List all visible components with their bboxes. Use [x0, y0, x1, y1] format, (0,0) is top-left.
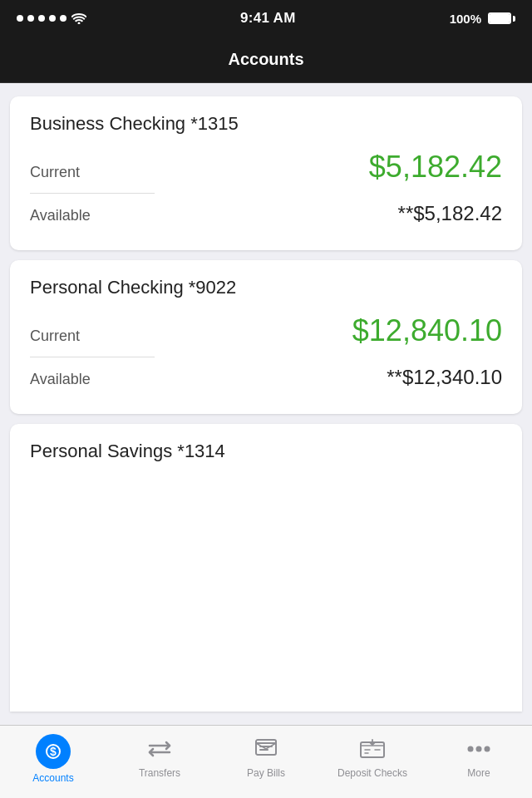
tab-transfers-label: Transfers [139, 767, 180, 779]
tab-transfers[interactable]: Transfers [106, 734, 213, 779]
status-bar: 9:41 AM 100% [0, 0, 532, 37]
transfers-icon [145, 734, 175, 764]
status-right: 100% [450, 12, 515, 26]
status-left [17, 12, 86, 24]
status-time: 9:41 AM [240, 10, 296, 27]
current-row-0: Current $5,182.42 [30, 150, 502, 185]
divider-0 [30, 193, 155, 194]
tab-more[interactable]: More [426, 734, 532, 779]
tab-deposit-checks[interactable]: Deposit Checks [319, 734, 426, 779]
tab-accounts-label: Accounts [32, 772, 73, 784]
available-label-0: Available [30, 207, 91, 224]
accounts-icon-circle: $ [36, 734, 71, 769]
account-name-1: Personal Checking *9022 [30, 277, 502, 298]
current-value-0: $5,182.42 [369, 150, 502, 185]
account-name-0: Business Checking *1315 [30, 113, 502, 135]
signal-dots [17, 15, 66, 22]
tab-pay-bills[interactable]: Pay Bills [213, 734, 319, 779]
svg-point-5 [476, 746, 482, 752]
svg-point-4 [468, 746, 474, 752]
tab-pay-bills-label: Pay Bills [247, 767, 285, 779]
current-row-1: Current $12,840.10 [30, 313, 502, 348]
available-value-1: **$12,340.10 [387, 366, 502, 389]
more-icon [464, 734, 494, 764]
battery-percent: 100% [450, 12, 481, 26]
divider-1 [30, 357, 155, 357]
current-label-0: Current [30, 164, 80, 181]
account-card-0[interactable]: Business Checking *1315 Current $5,182.4… [10, 96, 522, 250]
tab-more-label: More [467, 767, 490, 779]
tab-accounts[interactable]: $ Accounts [0, 734, 106, 784]
svg-point-6 [485, 746, 490, 752]
wifi-icon [71, 12, 86, 24]
pay-bills-icon [251, 734, 281, 764]
tab-deposit-checks-label: Deposit Checks [337, 767, 407, 779]
tab-bar: $ Accounts Transfers [0, 725, 532, 798]
account-name-2: Personal Savings *1314 [30, 441, 502, 462]
account-card-2[interactable]: Personal Savings *1314 [10, 424, 522, 712]
available-label-1: Available [30, 371, 91, 388]
available-row-0: Available **$5,182.42 [30, 202, 502, 225]
deposit-checks-icon [357, 734, 387, 764]
battery-icon [488, 12, 515, 24]
available-row-1: Available **$12,340.10 [30, 366, 502, 389]
account-card-1[interactable]: Personal Checking *9022 Current $12,840.… [10, 260, 522, 414]
svg-text:$: $ [50, 745, 57, 758]
current-value-1: $12,840.10 [352, 313, 502, 348]
available-value-0: **$5,182.42 [398, 202, 502, 225]
current-label-1: Current [30, 328, 80, 345]
page-title: Accounts [228, 50, 303, 69]
accounts-list: Business Checking *1315 Current $5,182.4… [0, 83, 532, 725]
nav-bar: Accounts [0, 37, 532, 83]
